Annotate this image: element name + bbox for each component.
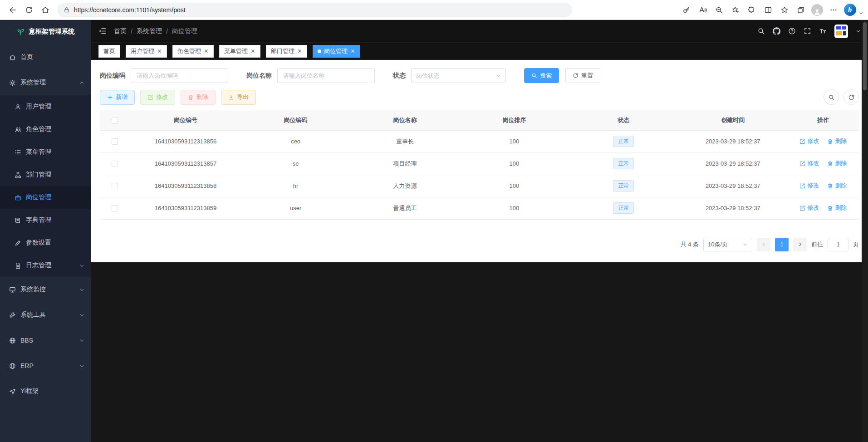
row-delete-label: 删除 (835, 204, 847, 212)
app-logo[interactable]: 意框架管理系统 (0, 20, 91, 43)
tab-role-management[interactable]: 角色管理 (172, 45, 214, 58)
github-icon[interactable] (773, 27, 780, 35)
row-edit-button[interactable]: 修改 (799, 137, 819, 145)
add-button[interactable]: 新增 (100, 90, 135, 105)
sidebar-item-erp[interactable]: ERP (0, 353, 91, 378)
browser-menu-button[interactable] (825, 2, 842, 18)
goto-page-input[interactable] (828, 238, 848, 251)
row-delete-button[interactable]: 删除 (827, 137, 847, 145)
help-icon[interactable] (788, 27, 796, 35)
close-icon[interactable] (297, 49, 302, 54)
post-code-input[interactable] (131, 68, 228, 83)
close-icon[interactable] (204, 49, 209, 54)
password-key-button[interactable] (678, 2, 695, 18)
sidebar-item-system-tools[interactable]: 系统工具 (0, 302, 91, 328)
monitor-icon (9, 286, 16, 293)
row-edit-button[interactable]: 修改 (799, 182, 819, 190)
post-name-input[interactable] (277, 68, 375, 83)
sidebar-item-param-settings[interactable]: 参数设置 (0, 231, 91, 254)
bing-copilot-button[interactable]: b (842, 2, 858, 18)
address-bar[interactable] (57, 3, 572, 17)
sidebar-item-log-management[interactable]: 日志管理 (0, 254, 91, 277)
collections-button[interactable] (793, 2, 809, 18)
export-button[interactable]: 导出 (221, 90, 256, 105)
sidebar-item-post-management[interactable]: 岗位管理 (0, 186, 91, 209)
edit-button[interactable]: 修改 (140, 90, 175, 105)
browser-home-button[interactable] (37, 2, 54, 18)
url-input[interactable] (74, 6, 528, 14)
row-delete-button[interactable]: 删除 (827, 159, 847, 167)
sidebar-item-home[interactable]: 首页 (0, 44, 91, 70)
tab-post-management[interactable]: 岗位管理 (313, 45, 360, 58)
search-button[interactable]: 搜索 (524, 68, 559, 83)
scrollbar-thumb[interactable] (863, 22, 867, 90)
next-page-button[interactable] (793, 238, 807, 251)
chevron-down-icon (79, 363, 84, 368)
sidebar-item-bbs[interactable]: BBS (0, 328, 91, 353)
toggle-search-button[interactable] (824, 89, 839, 105)
prev-page-button[interactable] (757, 238, 770, 251)
zoom-button[interactable] (711, 2, 727, 18)
browser-refresh-button[interactable] (21, 2, 37, 18)
sidebar-item-label: 角色管理 (26, 125, 51, 133)
add-favorite-button[interactable] (727, 2, 744, 18)
status-badge: 正常 (613, 180, 634, 192)
post-table-body: 1641030593112313856ceo董事长100正常2023-03-29… (100, 130, 859, 219)
row-checkbox[interactable] (112, 138, 118, 145)
tab-dept-management[interactable]: 部门管理 (266, 45, 307, 58)
delete-button[interactable]: 删除 (181, 90, 216, 105)
font-size-icon[interactable] (819, 27, 827, 35)
user-avatar[interactable] (834, 25, 848, 38)
row-delete-label: 删除 (835, 182, 847, 190)
tab-home[interactable]: 首页 (98, 45, 120, 58)
post-table: 岗位编号 岗位编码 岗位名称 岗位排序 状态 创建时间 操作 164103059… (100, 110, 859, 220)
row-checkbox[interactable] (112, 161, 118, 167)
row-checkbox[interactable] (112, 205, 118, 211)
column-header-created-time: 创建时间 (678, 110, 788, 130)
sidebar-item-yi-framework[interactable]: Yi框架 (0, 378, 91, 404)
plus-icon (107, 94, 113, 100)
sidebar-item-role-management[interactable]: 角色管理 (0, 118, 91, 141)
read-aloud-button[interactable] (695, 2, 711, 18)
row-edit-button[interactable]: 修改 (799, 159, 819, 167)
sidebar-item-system-management[interactable]: 系统管理 (0, 70, 91, 95)
page-1-button[interactable]: 1 (775, 238, 789, 251)
page-scrollbar[interactable] (862, 20, 868, 442)
gear-icon (9, 79, 16, 86)
row-checkbox[interactable] (112, 183, 118, 189)
sidebar-item-menu-management[interactable]: 菜单管理 (0, 141, 91, 163)
split-screen-button[interactable] (760, 2, 776, 18)
header-search-icon[interactable] (757, 27, 765, 35)
row-delete-button[interactable]: 删除 (827, 182, 847, 190)
status-select[interactable]: 岗位状态 (411, 68, 506, 83)
tab-label: 部门管理 (271, 47, 294, 55)
browser-back-button[interactable] (5, 2, 21, 18)
browser-profile-button[interactable] (809, 2, 825, 18)
close-icon[interactable] (157, 49, 162, 54)
select-all-checkbox[interactable] (112, 118, 118, 124)
favorites-button[interactable] (776, 2, 793, 18)
user-menu-chevron-icon[interactable] (856, 29, 861, 34)
fullscreen-icon[interactable] (804, 27, 811, 35)
page-size-select[interactable]: 10条/页 (703, 238, 752, 251)
search-icon (531, 73, 537, 79)
close-icon[interactable] (250, 49, 255, 54)
sidebar-toggle-icon[interactable] (98, 27, 107, 35)
close-icon[interactable] (350, 49, 355, 54)
refresh-icon (848, 94, 855, 101)
tab-menu-management[interactable]: 菜单管理 (219, 45, 260, 58)
sidebar-item-system-monitor[interactable]: 系统监控 (0, 277, 91, 302)
reset-button[interactable]: 重置 (565, 68, 600, 83)
tab-user-management[interactable]: 用户管理 (126, 45, 167, 58)
sidebar-item-dept-management[interactable]: 部门管理 (0, 163, 91, 186)
breadcrumb-home[interactable]: 首页 (114, 27, 127, 35)
toolbar-overflow-chevron[interactable] (859, 11, 863, 15)
row-edit-button[interactable]: 修改 (799, 204, 819, 212)
sidebar-item-dict-management[interactable]: 字典管理 (0, 209, 91, 231)
breadcrumb-system[interactable]: 系统管理 (137, 27, 162, 35)
refresh-table-button[interactable] (843, 89, 859, 105)
extensions-button[interactable] (744, 2, 760, 18)
sidebar-item-user-management[interactable]: 用户管理 (0, 95, 91, 118)
table-row: 1641030593112313857se项目经理100正常2023-03-29… (100, 152, 859, 175)
row-delete-button[interactable]: 删除 (827, 204, 847, 212)
